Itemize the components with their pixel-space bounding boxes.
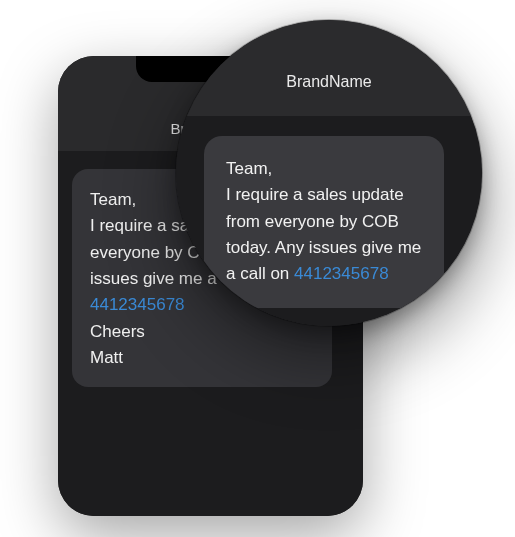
magnifier-brand-name: BrandName (286, 73, 371, 91)
magnifier-content: BrandName Team, I require a sales update… (176, 20, 482, 326)
magnifier-phone-link[interactable]: 4412345678 (294, 264, 389, 283)
magnifier-message-bubble[interactable]: Team, I require a sales update from ever… (204, 136, 444, 308)
magnifier-greeting: Team, (226, 159, 272, 178)
message-greeting: Team, (90, 190, 136, 209)
magnifier-header: BrandName (176, 20, 482, 116)
magnifier-lens: BrandName Team, I require a sales update… (176, 20, 482, 326)
message-signoff: Cheers (90, 322, 145, 341)
phone-number-link[interactable]: 4412345678 (90, 295, 185, 314)
message-sender: Matt (90, 348, 123, 367)
